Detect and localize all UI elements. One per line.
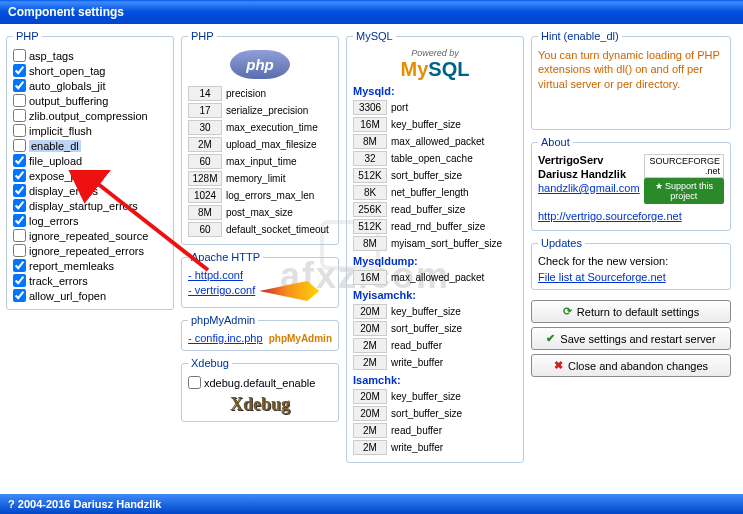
php-checkbox-report_memleaks[interactable] xyxy=(13,259,26,272)
php-checkbox-expose_php[interactable] xyxy=(13,169,26,182)
php-val-input[interactable]: 30 xyxy=(188,120,222,135)
mysql-val-input[interactable]: 2M xyxy=(353,423,387,438)
php-check-label: track_errors xyxy=(29,275,88,287)
updates-link[interactable]: File list at Sourceforge.net xyxy=(538,271,666,283)
php-val-input[interactable]: 2M xyxy=(188,137,222,152)
php-check-row: zlib.output_compression xyxy=(13,108,167,123)
pma-link-config[interactable]: - config.inc.php xyxy=(188,332,263,344)
about-author: Dariusz Handzlik xyxy=(538,168,626,180)
sourceforge-badge: SOURCEFORGE .net xyxy=(644,154,724,178)
mysql-val-row: 2Mread_buffer xyxy=(353,422,517,439)
php-val-input[interactable]: 17 xyxy=(188,103,222,118)
about-product: VertrigoServ xyxy=(538,154,603,166)
php-val-row: 14precision xyxy=(188,85,332,102)
mysql-val-row: 2Mwrite_buffer xyxy=(353,439,517,456)
php-val-input[interactable]: 60 xyxy=(188,222,222,237)
mysql-val-label: myisam_sort_buffer_size xyxy=(391,238,502,249)
pma-group: phpMyAdmin - config.inc.php phpMyAdmin xyxy=(181,314,339,351)
xdebug-logo: Xdebug xyxy=(230,394,290,415)
reset-button[interactable]: ⟳Return to default settings xyxy=(531,300,731,323)
xdebug-checkbox[interactable] xyxy=(188,376,201,389)
mysql-group: MySQL Powered by MySQL Mysqld: 3306port1… xyxy=(346,30,524,463)
mysql-val-row: 2Mread_buffer xyxy=(353,337,517,354)
mysql-val-input[interactable]: 8M xyxy=(353,134,387,149)
about-email-link[interactable]: handzlik@gmail.com xyxy=(538,182,640,194)
about-legend: About xyxy=(538,136,573,148)
php-val-row: 17serialize_precision xyxy=(188,102,332,119)
php-check-row: file_upload xyxy=(13,153,167,168)
hint-text: You can turn dynamic loading of PHP exte… xyxy=(538,48,724,91)
php-checks-legend: PHP xyxy=(13,30,42,42)
php-val-row: 2Mupload_max_filesize xyxy=(188,136,332,153)
php-checkbox-asp_tags[interactable] xyxy=(13,49,26,62)
mysql-val-row: 8Knet_buffer_length xyxy=(353,184,517,201)
php-check-label: short_open_tag xyxy=(29,65,105,77)
php-check-label: report_memleaks xyxy=(29,260,114,272)
mysql-val-input[interactable]: 256K xyxy=(353,202,387,217)
mysql-val-input[interactable]: 20M xyxy=(353,389,387,404)
php-checkbox-file_upload[interactable] xyxy=(13,154,26,167)
php-checkbox-output_buffering[interactable] xyxy=(13,94,26,107)
php-check-row: output_buffering xyxy=(13,93,167,108)
mysql-val-input[interactable]: 32 xyxy=(353,151,387,166)
mysql-val-label: key_buffer_size xyxy=(391,306,461,317)
mysql-val-input[interactable]: 2M xyxy=(353,338,387,353)
php-checkbox-implicit_flush[interactable] xyxy=(13,124,26,137)
mysqldump-header: Mysqldump: xyxy=(353,255,517,267)
mysql-logo: Powered by MySQL xyxy=(353,48,517,81)
php-val-input[interactable]: 128M xyxy=(188,171,222,186)
xdebug-chk-label: xdebug.default_enable xyxy=(204,377,315,389)
check-icon: ✔ xyxy=(546,332,555,345)
php-val-input[interactable]: 8M xyxy=(188,205,222,220)
mysql-val-label: read_buffer xyxy=(391,340,442,351)
mysql-val-input[interactable]: 512K xyxy=(353,168,387,183)
mysql-val-input[interactable]: 3306 xyxy=(353,100,387,115)
about-url-link[interactable]: http://vertrigo.sourceforge.net xyxy=(538,210,682,222)
php-check-row: asp_tags xyxy=(13,48,167,63)
mysql-val-input[interactable]: 512K xyxy=(353,219,387,234)
apache-link-vertrigo[interactable]: - vertrigo.conf xyxy=(188,284,255,296)
mysql-val-row: 512Kread_rnd_buffer_size xyxy=(353,218,517,235)
mysql-val-input[interactable]: 8M xyxy=(353,236,387,251)
php-checkbox-ignore_repeated_source[interactable] xyxy=(13,229,26,242)
mysql-val-label: key_buffer_size xyxy=(391,119,461,130)
php-checkbox-log_errors[interactable] xyxy=(13,214,26,227)
php-checkbox-display_errors[interactable] xyxy=(13,184,26,197)
php-checkbox-auto_globals_jit[interactable] xyxy=(13,79,26,92)
php-checkbox-allow_url_fopen[interactable] xyxy=(13,289,26,302)
php-val-input[interactable]: 14 xyxy=(188,86,222,101)
updates-legend: Updates xyxy=(538,237,585,249)
php-check-label: ignore_repeated_source xyxy=(29,230,148,242)
php-checkbox-zlib.output_compression[interactable] xyxy=(13,109,26,122)
php-checkbox-track_errors[interactable] xyxy=(13,274,26,287)
mysql-val-input[interactable]: 16M xyxy=(353,117,387,132)
php-checkbox-ignore_repeated_errors[interactable] xyxy=(13,244,26,257)
cancel-button[interactable]: ✖Close and abandon changes xyxy=(531,354,731,377)
mysql-val-input[interactable]: 20M xyxy=(353,321,387,336)
php-checkbox-enable_dl[interactable] xyxy=(13,139,26,152)
php-checkbox-display_startup_errors[interactable] xyxy=(13,199,26,212)
php-val-input[interactable]: 60 xyxy=(188,154,222,169)
php-check-label: zlib.output_compression xyxy=(29,110,148,122)
mysql-val-input[interactable]: 20M xyxy=(353,406,387,421)
php-check-row: short_open_tag xyxy=(13,63,167,78)
apache-link-httpd[interactable]: - httpd.conf xyxy=(188,269,243,281)
mysql-val-input[interactable]: 2M xyxy=(353,355,387,370)
mysql-val-label: write_buffer xyxy=(391,442,443,453)
mysql-val-label: write_buffer xyxy=(391,357,443,368)
mysql-val-input[interactable]: 8K xyxy=(353,185,387,200)
php-check-row: allow_url_fopen xyxy=(13,288,167,303)
save-button[interactable]: ✔Save settings and restart server xyxy=(531,327,731,350)
mysql-val-input[interactable]: 20M xyxy=(353,304,387,319)
php-val-row: 60default_socket_timeout xyxy=(188,221,332,238)
mysql-val-input[interactable]: 2M xyxy=(353,440,387,455)
php-checkbox-short_open_tag[interactable] xyxy=(13,64,26,77)
mysql-val-label: key_buffer_size xyxy=(391,391,461,402)
support-project-button[interactable]: ★ Support this project xyxy=(644,178,724,204)
php-val-label: default_socket_timeout xyxy=(226,224,329,235)
php-check-row: implicit_flush xyxy=(13,123,167,138)
mysql-val-input[interactable]: 16M xyxy=(353,270,387,285)
mysql-val-row: 32table_open_cache xyxy=(353,150,517,167)
mysql-val-row: 8Mmax_allowed_packet xyxy=(353,133,517,150)
php-val-input[interactable]: 1024 xyxy=(188,188,222,203)
